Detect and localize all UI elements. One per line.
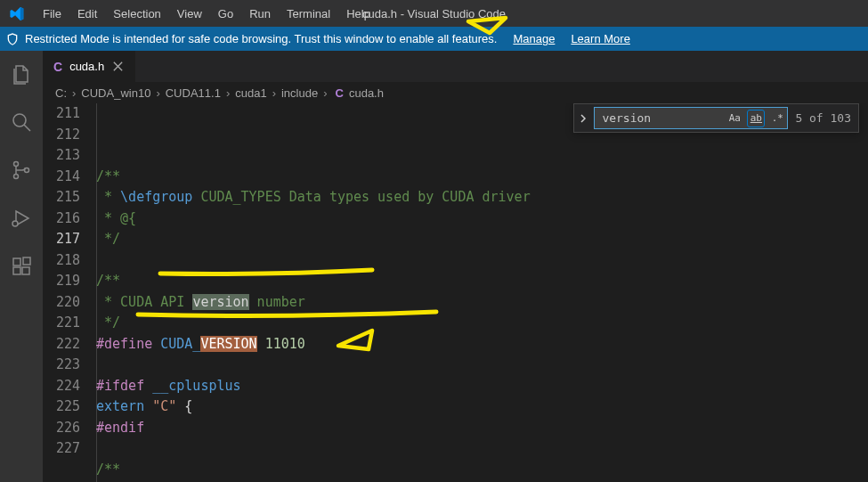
code-line[interactable]: * CUDA API version number: [96, 292, 756, 314]
code-line[interactable]: * @{: [96, 208, 756, 230]
code-line[interactable]: /**: [96, 271, 756, 292]
code-line[interactable]: #ifdef __cplusplus: [96, 376, 756, 397]
line-number: 223: [43, 355, 80, 376]
find-widget: Aa ab .* 5 of 103: [573, 103, 859, 133]
chevron-right-icon: ›: [226, 86, 230, 100]
window-title: cuda.h - Visual Studio Code: [362, 7, 506, 20]
run-debug-icon[interactable]: [11, 208, 32, 229]
svg-rect-9: [23, 257, 30, 265]
vscode-logo-icon: [9, 6, 24, 21]
code-line[interactable]: * \defgroup CUDA_TYPES Data types used b…: [96, 187, 756, 208]
svg-rect-8: [22, 267, 29, 274]
line-number: 225: [43, 396, 80, 418]
explorer-icon[interactable]: [11, 63, 32, 85]
learn-more-link[interactable]: Learn More: [571, 32, 629, 45]
menu-terminal[interactable]: Terminal: [279, 4, 338, 24]
line-number: 211: [43, 103, 80, 125]
bc-seg[interactable]: CUDA11.1: [166, 86, 221, 100]
file-c-icon: C: [53, 60, 62, 74]
source-control-icon[interactable]: [11, 159, 32, 181]
manage-link[interactable]: Manage: [513, 32, 555, 45]
chevron-right-icon: ›: [323, 86, 327, 100]
restricted-mode-banner: Restricted Mode is intended for safe cod…: [0, 27, 868, 51]
bc-seg[interactable]: cuda1: [235, 86, 266, 100]
svg-rect-7: [13, 267, 20, 274]
line-number: 219: [43, 271, 80, 292]
tab-cuda-h[interactable]: C cuda.h: [43, 51, 136, 82]
shield-icon: [5, 32, 20, 46]
line-number: 222: [43, 334, 80, 355]
line-number: 220: [43, 292, 80, 314]
line-number: 212: [43, 125, 80, 146]
menu-selection[interactable]: Selection: [105, 4, 168, 24]
line-number: 215: [43, 187, 80, 208]
line-number: 217: [43, 229, 80, 250]
code-content[interactable]: /** * \defgroup CUDA_TYPES Data types us…: [96, 103, 756, 482]
svg-point-0: [13, 114, 26, 127]
find-toggle-replace[interactable]: [574, 103, 592, 133]
restricted-mode-message: Restricted Mode is intended for safe cod…: [25, 32, 497, 45]
code-line[interactable]: extern "C" {: [96, 396, 756, 418]
find-use-regex[interactable]: .*: [768, 110, 786, 127]
breadcrumb[interactable]: C:› CUDA_win10› CUDA11.1› cuda1› include…: [43, 82, 868, 103]
line-number: 214: [43, 167, 80, 188]
svg-line-1: [24, 125, 30, 131]
bc-seg[interactable]: C:: [55, 86, 67, 100]
bc-seg[interactable]: CUDA_win10: [81, 86, 150, 100]
close-icon[interactable]: [111, 60, 125, 73]
search-icon[interactable]: [11, 111, 32, 133]
svg-point-5: [12, 221, 18, 226]
chevron-right-icon: ›: [72, 86, 76, 100]
code-line[interactable]: /**: [96, 167, 756, 188]
menu-bar: File Edit Selection View Go Run Terminal…: [35, 4, 378, 24]
tab-label: cuda.h: [69, 60, 104, 73]
find-match-case[interactable]: Aa: [726, 110, 743, 127]
bc-seg[interactable]: include: [281, 86, 318, 100]
line-number: 221: [43, 313, 80, 334]
bc-file[interactable]: cuda.h: [349, 86, 384, 100]
chevron-right-icon: [578, 113, 588, 124]
code-line[interactable]: /**: [96, 460, 756, 481]
line-number: 213: [43, 145, 80, 167]
menu-view[interactable]: View: [169, 4, 210, 24]
code-line[interactable]: */: [96, 313, 756, 334]
line-number: 227: [43, 438, 80, 460]
menu-file[interactable]: File: [35, 4, 69, 24]
extensions-icon[interactable]: [11, 256, 32, 277]
find-match-whole-word[interactable]: ab: [747, 110, 765, 127]
menu-run[interactable]: Run: [241, 4, 279, 24]
code-line[interactable]: [96, 250, 756, 272]
code-line[interactable]: #define CUDA_VERSION 11010: [96, 334, 756, 355]
code-line[interactable]: [96, 438, 756, 460]
chevron-right-icon: ›: [156, 86, 159, 100]
code-line[interactable]: [96, 355, 756, 376]
line-number: 224: [43, 376, 80, 397]
svg-rect-6: [13, 258, 20, 266]
svg-point-3: [14, 175, 19, 179]
code-editor[interactable]: 2112122132142152162172182192202212222232…: [43, 103, 868, 482]
chevron-right-icon: ›: [272, 86, 276, 100]
code-line[interactable]: #endif: [96, 418, 756, 439]
line-number: 218: [43, 250, 80, 272]
line-number-gutter: 2112122132142152162172182192202212222232…: [43, 103, 96, 482]
menu-go[interactable]: Go: [210, 4, 241, 24]
menu-edit[interactable]: Edit: [69, 4, 105, 24]
tab-bar: C cuda.h: [43, 51, 868, 82]
editor-area: C cuda.h C:› CUDA_win10› CUDA11.1› cuda1…: [43, 51, 868, 482]
line-number: 216: [43, 208, 80, 230]
activity-bar: [0, 51, 43, 482]
find-match-count: 5 of 103: [795, 108, 851, 129]
svg-point-2: [14, 162, 19, 167]
line-number: 226: [43, 418, 80, 439]
code-line[interactable]: */: [96, 229, 756, 250]
title-bar: File Edit Selection View Go Run Terminal…: [0, 0, 868, 27]
file-c-icon: C: [336, 86, 344, 100]
